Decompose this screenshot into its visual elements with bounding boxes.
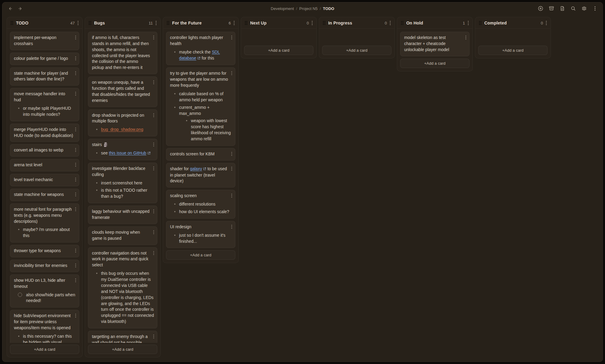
column-menu-icon[interactable] bbox=[546, 21, 547, 25]
card-menu-icon[interactable] bbox=[153, 209, 154, 213]
drag-handle-icon[interactable] bbox=[401, 21, 404, 25]
card-menu-icon[interactable] bbox=[153, 80, 154, 84]
card-menu-icon[interactable] bbox=[75, 207, 76, 211]
add-card-button[interactable]: +Add a card bbox=[400, 59, 469, 68]
card-link[interactable]: galaxy bbox=[190, 167, 202, 171]
card-menu-icon[interactable] bbox=[75, 278, 76, 282]
card-menu-icon[interactable] bbox=[75, 71, 76, 75]
drag-handle-icon[interactable] bbox=[167, 21, 169, 25]
add-card-button[interactable]: +Add a card bbox=[478, 46, 548, 55]
card-menu-icon[interactable] bbox=[153, 142, 154, 147]
card-menu-icon[interactable] bbox=[75, 56, 76, 60]
bullet-dot-icon bbox=[174, 93, 175, 94]
card-menu-icon[interactable] bbox=[231, 35, 232, 40]
card[interactable]: level travel mechanic bbox=[10, 174, 79, 186]
forward-arrow-icon[interactable] bbox=[18, 6, 23, 11]
card[interactable]: shader for galaxy to be used in planet s… bbox=[166, 163, 235, 188]
column-menu-icon[interactable] bbox=[312, 21, 313, 25]
card[interactable]: move message handler into hudor maybe sp… bbox=[10, 88, 79, 121]
card-menu-icon[interactable] bbox=[153, 334, 154, 339]
card-bullet-item: bug_drop_shadow.png bbox=[96, 127, 154, 133]
card-menu-icon[interactable] bbox=[231, 152, 232, 156]
card[interactable]: more neutral font for paragraph texts (e… bbox=[10, 203, 79, 242]
column-menu-icon[interactable] bbox=[468, 21, 469, 25]
card[interactable]: UI redesignjust so I don't assume it's f… bbox=[166, 221, 235, 248]
card[interactable]: on weapon unequip, have a function that … bbox=[88, 76, 157, 107]
new-card-icon[interactable] bbox=[538, 6, 543, 11]
card[interactable]: drop shadow is projected on multiple flo… bbox=[88, 109, 157, 137]
card[interactable]: arena test level bbox=[10, 159, 79, 171]
card[interactable]: thrower type for weapons bbox=[10, 245, 79, 257]
column-menu-icon[interactable] bbox=[390, 21, 391, 25]
card[interactable]: stairs 🗿see this issue on GitHub bbox=[88, 139, 157, 160]
more-menu-icon[interactable] bbox=[592, 6, 598, 11]
card-menu-icon[interactable] bbox=[75, 35, 76, 40]
card-menu-icon[interactable] bbox=[231, 225, 232, 229]
checkbox-circle-icon[interactable] bbox=[18, 293, 22, 297]
card[interactable]: laggy behaviour with uncapped framerate bbox=[88, 206, 157, 224]
card[interactable]: model skeleton as test character + cheat… bbox=[400, 32, 469, 56]
search-icon[interactable] bbox=[570, 6, 576, 11]
card[interactable]: merge PlayerHUD node into HUD node (to a… bbox=[10, 124, 79, 142]
card-menu-icon[interactable] bbox=[231, 167, 232, 171]
drag-handle-icon[interactable] bbox=[479, 21, 482, 25]
card[interactable]: implement per-weapon crosshairs bbox=[10, 32, 79, 50]
card[interactable]: colour palette for game / logo bbox=[10, 53, 79, 65]
card-menu-icon[interactable] bbox=[75, 148, 76, 152]
card[interactable]: show HUD on L3, hide after timeoutalso s… bbox=[10, 275, 79, 307]
drag-handle-icon[interactable] bbox=[89, 21, 91, 25]
card-menu-icon[interactable] bbox=[75, 177, 76, 182]
card-menu-icon[interactable] bbox=[75, 92, 76, 96]
card[interactable]: investigate Blender backface cullinginse… bbox=[88, 163, 157, 203]
card-menu-icon[interactable] bbox=[153, 35, 154, 40]
board-column-on-hold: On Hold1model skeleton as test character… bbox=[397, 17, 473, 71]
card[interactable]: try to give the player ammo for weapons … bbox=[166, 67, 235, 145]
card-bullet-item: is this not a TODO rather than a bug? bbox=[96, 187, 154, 200]
card-menu-icon[interactable] bbox=[153, 113, 154, 117]
card[interactable]: scaling screendifferent resolutionshow d… bbox=[166, 190, 235, 219]
card-link[interactable]: this issue on GitHub bbox=[109, 151, 146, 155]
breadcrumb-item-project[interactable]: Project N5 bbox=[299, 6, 318, 11]
card-menu-icon[interactable] bbox=[231, 71, 232, 75]
card[interactable]: hide SubViewport environment for item pr… bbox=[10, 310, 79, 343]
column-menu-icon[interactable] bbox=[155, 21, 157, 25]
column-menu-icon[interactable] bbox=[234, 21, 235, 25]
drag-handle-icon[interactable] bbox=[323, 21, 325, 25]
card-menu-icon[interactable] bbox=[75, 249, 76, 253]
card-menu-icon[interactable] bbox=[153, 230, 154, 234]
card-menu-icon[interactable] bbox=[153, 166, 154, 171]
add-card-button[interactable]: +Add a card bbox=[88, 345, 157, 354]
card[interactable]: clouds keep moving when game is paused bbox=[88, 226, 157, 245]
card-menu-icon[interactable] bbox=[153, 251, 154, 255]
card[interactable]: controller lights match player healthmay… bbox=[166, 32, 235, 65]
add-card-button[interactable]: +Add a card bbox=[10, 345, 79, 354]
card-menu-icon[interactable] bbox=[231, 193, 232, 198]
card[interactable]: if ammo is full, characters stands in am… bbox=[88, 32, 157, 74]
card-menu-icon[interactable] bbox=[75, 192, 76, 197]
board-column-in-progress: In Progress0+Add a card bbox=[319, 17, 395, 58]
card-menu-icon[interactable] bbox=[465, 35, 466, 40]
card-menu-icon[interactable] bbox=[75, 263, 76, 268]
breadcrumb-item-development[interactable]: Development bbox=[271, 6, 294, 11]
card[interactable]: convert all images to webp bbox=[10, 144, 79, 157]
drag-handle-icon[interactable] bbox=[245, 21, 247, 25]
card[interactable]: invincibility timer for enemies bbox=[10, 260, 79, 272]
add-card-button[interactable]: +Add a card bbox=[166, 250, 235, 260]
add-card-button[interactable]: +Add a card bbox=[322, 46, 391, 55]
add-card-button[interactable]: +Add a card bbox=[244, 46, 313, 55]
column-menu-icon[interactable] bbox=[77, 21, 79, 25]
card-link[interactable]: bug_drop_shadow.png bbox=[101, 127, 143, 132]
card[interactable]: state machine for player (and others lat… bbox=[10, 67, 79, 86]
back-arrow-icon[interactable] bbox=[7, 6, 13, 11]
card[interactable]: controls screen for KBM bbox=[166, 148, 235, 161]
card-menu-icon[interactable] bbox=[75, 127, 76, 132]
card-menu-icon[interactable] bbox=[75, 163, 76, 167]
card[interactable]: targetting an enemy through a wall shoul… bbox=[88, 331, 157, 343]
archive-icon[interactable] bbox=[548, 6, 554, 11]
document-icon[interactable] bbox=[559, 6, 565, 11]
card[interactable]: state machine for weapons bbox=[10, 189, 79, 201]
settings-gear-icon[interactable] bbox=[581, 6, 587, 11]
card[interactable]: controller navigation does not work in p… bbox=[88, 247, 157, 328]
drag-handle-icon[interactable] bbox=[11, 21, 13, 25]
card-menu-icon[interactable] bbox=[75, 314, 76, 318]
